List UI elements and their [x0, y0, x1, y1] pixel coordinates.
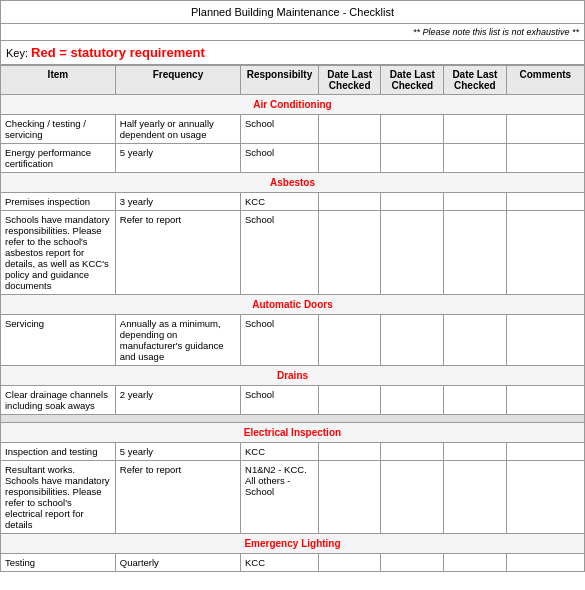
cell-date-2	[381, 461, 444, 534]
section-header-electrical-inspection: Electrical Inspection	[1, 423, 585, 443]
cell-frequency: 5 yearly	[115, 144, 240, 173]
cell-item: Checking / testing / servicing	[1, 115, 116, 144]
cell-item: Resultant works. Schools have mandatory …	[1, 461, 116, 534]
section-header-drains: Drains	[1, 366, 585, 386]
header-item: Item	[1, 66, 116, 95]
header-date3: Date Last Checked	[444, 66, 507, 95]
cell-item: Inspection and testing	[1, 443, 116, 461]
cell-date-2	[381, 211, 444, 295]
cell-responsibility: KCC	[241, 554, 319, 572]
header-comments: Comments	[506, 66, 584, 95]
cell-item: Premises inspection	[1, 193, 116, 211]
table-row: Clear drainage channels including soak a…	[1, 386, 585, 415]
cell-date-1	[318, 443, 381, 461]
section-header-automatic-doors: Automatic Doors	[1, 295, 585, 315]
table-row: Schools have mandatory responsibilities.…	[1, 211, 585, 295]
cell-frequency: 3 yearly	[115, 193, 240, 211]
cell-responsibility: KCC	[241, 443, 319, 461]
cell-responsibility: School	[241, 211, 319, 295]
key-value: Red = statutory requirement	[31, 45, 205, 60]
cell-date-2	[381, 315, 444, 366]
table-row: ServicingAnnually as a minimum, dependin…	[1, 315, 585, 366]
page-title: Planned Building Maintenance - Checklist	[0, 0, 585, 24]
cell-comments	[506, 554, 584, 572]
cell-frequency: 2 yearly	[115, 386, 240, 415]
cell-item: Testing	[1, 554, 116, 572]
checklist-table: Item Frequency Responsibilty Date Last C…	[0, 65, 585, 572]
key-row: Key: Red = statutory requirement	[0, 41, 585, 65]
note-text: ** Please note this list is not exhausti…	[0, 24, 585, 41]
table-row: TestingQuarterlyKCC	[1, 554, 585, 572]
cell-comments	[506, 461, 584, 534]
cell-responsibility: KCC	[241, 193, 319, 211]
cell-date-2	[381, 386, 444, 415]
cell-date-3	[444, 115, 507, 144]
cell-date-1	[318, 144, 381, 173]
cell-date-1	[318, 115, 381, 144]
table-row: Resultant works. Schools have mandatory …	[1, 461, 585, 534]
cell-date-1	[318, 193, 381, 211]
page: Planned Building Maintenance - Checklist…	[0, 0, 585, 590]
cell-frequency: Half yearly or annually dependent on usa…	[115, 115, 240, 144]
cell-frequency: Annually as a minimum, depending on manu…	[115, 315, 240, 366]
header-frequency: Frequency	[115, 66, 240, 95]
cell-responsibility: N1&N2 - KCC. All others - School	[241, 461, 319, 534]
cell-responsibility: School	[241, 115, 319, 144]
cell-date-2	[381, 144, 444, 173]
cell-frequency: Refer to report	[115, 211, 240, 295]
cell-date-2	[381, 443, 444, 461]
cell-comments	[506, 193, 584, 211]
table-row: Energy performance certification5 yearly…	[1, 144, 585, 173]
cell-frequency: Refer to report	[115, 461, 240, 534]
cell-date-3	[444, 144, 507, 173]
cell-frequency: Quarterly	[115, 554, 240, 572]
cell-comments	[506, 144, 584, 173]
cell-date-2	[381, 193, 444, 211]
section-header-asbestos: Asbestos	[1, 173, 585, 193]
cell-comments	[506, 315, 584, 366]
cell-date-2	[381, 115, 444, 144]
cell-date-3	[444, 211, 507, 295]
cell-date-1	[318, 386, 381, 415]
header-date1: Date Last Checked	[318, 66, 381, 95]
header-date2: Date Last Checked	[381, 66, 444, 95]
cell-date-1	[318, 211, 381, 295]
cell-date-1	[318, 461, 381, 534]
cell-date-3	[444, 461, 507, 534]
header-responsibility: Responsibilty	[241, 66, 319, 95]
table-row: Checking / testing / servicingHalf yearl…	[1, 115, 585, 144]
cell-date-3	[444, 315, 507, 366]
section-header-air-conditioning: Air Conditioning	[1, 95, 585, 115]
cell-comments	[506, 443, 584, 461]
cell-date-3	[444, 443, 507, 461]
cell-date-3	[444, 554, 507, 572]
cell-date-3	[444, 193, 507, 211]
cell-item: Servicing	[1, 315, 116, 366]
cell-date-2	[381, 554, 444, 572]
spacer-row	[1, 415, 585, 423]
cell-responsibility: School	[241, 144, 319, 173]
cell-responsibility: School	[241, 386, 319, 415]
cell-item: Energy performance certification	[1, 144, 116, 173]
cell-comments	[506, 211, 584, 295]
cell-date-3	[444, 386, 507, 415]
cell-date-1	[318, 554, 381, 572]
cell-item: Clear drainage channels including soak a…	[1, 386, 116, 415]
cell-date-1	[318, 315, 381, 366]
cell-comments	[506, 115, 584, 144]
cell-frequency: 5 yearly	[115, 443, 240, 461]
table-row: Inspection and testing5 yearlyKCC	[1, 443, 585, 461]
cell-item: Schools have mandatory responsibilities.…	[1, 211, 116, 295]
section-header-emergency-lighting: Emergency Lighting	[1, 534, 585, 554]
cell-comments	[506, 386, 584, 415]
table-row: Premises inspection3 yearlyKCC	[1, 193, 585, 211]
cell-responsibility: School	[241, 315, 319, 366]
key-label: Key:	[6, 47, 28, 59]
